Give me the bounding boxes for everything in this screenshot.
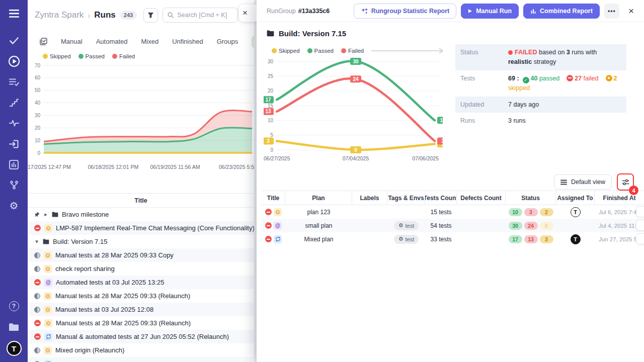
list-check-icon[interactable] — [8, 75, 21, 88]
default-view-button[interactable]: Default view — [554, 174, 612, 190]
more-actions-button[interactable]: ••• — [604, 4, 619, 19]
legend-label: Failed — [348, 48, 364, 54]
check-icon[interactable] — [8, 34, 21, 47]
legend-item-failed[interactable]: Failed — [341, 48, 364, 54]
plan-cell[interactable]: Mixed plan — [285, 232, 352, 246]
failed-status-icon — [265, 209, 272, 215]
svg-text:20: 20 — [35, 125, 41, 131]
rungroup-label: RunGroup — [267, 8, 296, 15]
column-header-title[interactable]: Title — [262, 191, 285, 205]
play-icon — [468, 9, 472, 14]
menu-icon[interactable] — [8, 7, 21, 20]
tests-count-cell: 15 tests — [425, 205, 457, 219]
manual-run-button[interactable]: Manual Run — [461, 4, 519, 19]
projects-folder-icon[interactable] — [8, 320, 21, 333]
annotation-badge: 4 — [629, 186, 638, 195]
bar-chart-icon[interactable] — [8, 158, 21, 171]
column-header-tests-count[interactable]: Tests Count — [425, 191, 457, 205]
tags-cell — [387, 205, 425, 219]
legend-item-passed[interactable]: Passed — [307, 48, 334, 54]
row-actions-button[interactable] — [636, 220, 644, 231]
workspace-avatar[interactable]: T — [7, 341, 22, 356]
runs-list-header: Title — [28, 193, 254, 208]
row-actions-button[interactable] — [636, 206, 644, 217]
failed-status-icon — [265, 236, 272, 242]
copy-check-icon[interactable] — [39, 38, 47, 46]
run-row[interactable] — [28, 357, 254, 362]
import-icon[interactable] — [8, 137, 21, 150]
steps-icon[interactable] — [8, 96, 21, 109]
tab-groups[interactable]: Groups — [217, 38, 238, 45]
drawer-header: RunGroup #13a335c6 Rungroup Statistic Re… — [257, 0, 644, 22]
help-icon[interactable]: ? — [8, 300, 21, 313]
status-cell: 1032 — [506, 205, 556, 219]
legend-item-skipped[interactable]: Skipped — [272, 48, 300, 54]
chevron-right-icon[interactable]: ▸ — [43, 211, 48, 218]
pulse-icon[interactable] — [8, 117, 21, 130]
filter-button[interactable] — [143, 8, 158, 23]
tag-pill[interactable]: ⚙test — [394, 235, 419, 244]
plan-cell[interactable]: small plan — [285, 219, 352, 232]
tab-unfinished[interactable]: Unfinished — [172, 38, 203, 45]
bar-chart-icon — [530, 8, 536, 14]
column-header-plan[interactable]: Plan — [285, 191, 352, 205]
run-row[interactable]: @Automated tests at 03 Jul 2025 13:25 — [28, 276, 254, 289]
gear-icon[interactable]: ⚙ — [8, 199, 21, 212]
play-circle-icon[interactable] — [8, 55, 21, 68]
folder-row[interactable]: ▾Build: Version 7.15 — [28, 235, 254, 248]
tabs-container: ManualAutomatedMixedUnfinishedGroups — [61, 38, 238, 45]
runs-list: Title ▸Bravo milestoneLMP-587 Implement … — [28, 193, 254, 362]
table-view-options-button[interactable]: 4 — [618, 174, 633, 190]
column-header-status[interactable]: Status — [506, 191, 556, 205]
row-actions-button[interactable] — [636, 233, 644, 244]
assignee-avatar[interactable]: T — [571, 234, 581, 244]
svg-text:07/06/2025: 07/06/2025 — [412, 155, 439, 161]
run-row[interactable]: Mixed origin (Relaunch) — [28, 343, 254, 357]
branch-icon[interactable] — [8, 178, 21, 192]
labels-cell — [352, 205, 387, 219]
plan-cell[interactable]: plan 123 — [285, 205, 352, 219]
svg-text:06/18/2025 12:01 PM: 06/18/2025 12:01 PM — [88, 164, 138, 170]
failed-pill: 13 — [524, 235, 538, 243]
column-header-defects-count[interactable]: Defects Count — [457, 191, 506, 205]
folder-row[interactable]: ▸Bravo milestone — [28, 208, 254, 221]
title-cell: @ — [262, 219, 285, 232]
pin-icon[interactable] — [34, 212, 40, 217]
svg-text:70: 70 — [35, 63, 41, 68]
tag-pill[interactable]: ⚙test — [394, 221, 419, 230]
summary-updated-row: Updated 7 days ago — [455, 97, 626, 113]
tab-automated[interactable]: Automated — [96, 38, 128, 45]
search-input[interactable] — [177, 12, 232, 19]
assignee-avatar[interactable]: T — [571, 207, 581, 217]
run-row[interactable]: LMP-587 Implement Real-Time Chat Messagi… — [28, 221, 254, 235]
failed-status-icon — [34, 320, 41, 326]
table-row[interactable]: Mixed plan⚙test33 tests17133TJun 27, 202… — [262, 232, 644, 246]
run-row[interactable]: Manual tests at 28 Mar 2025 09:33 (Relau… — [28, 289, 254, 303]
close-icon[interactable]: × — [243, 8, 248, 18]
column-header-assigned-to[interactable]: Assigned To — [556, 191, 595, 205]
drawer-close-icon[interactable]: × — [626, 6, 636, 17]
legend-label: Passed — [314, 48, 334, 54]
tab-test-work-badge[interactable]: test work — [252, 36, 254, 48]
summary-status-row: Status FAILED based on 3 runs with reali… — [455, 44, 626, 70]
combined-report-button[interactable]: Combined Report — [523, 4, 600, 19]
run-row[interactable]: Manual tests at 28 Mar 2025 09:33 (Relau… — [28, 316, 254, 330]
gear-icon: ⚙ — [398, 236, 404, 242]
run-title: Manual tests at 03 Jul 2025 12:08 — [55, 306, 153, 313]
rungroup-statistic-report-button[interactable]: Rungroup Statistic Report — [354, 4, 457, 19]
run-row[interactable]: check report sharing — [28, 262, 254, 276]
column-header-labels[interactable]: Labels — [352, 191, 387, 205]
column-header-tags-envs[interactable]: Tags & Envs — [387, 191, 425, 205]
breadcrumb-project[interactable]: Zyntra Spark — [35, 10, 84, 20]
chevron-down-icon[interactable]: ▾ — [34, 238, 39, 245]
run-row[interactable]: Manual tests at 28 Mar 2025 09:33 Copy — [28, 248, 254, 262]
table-row[interactable]: plan 12315 tests1032TJul 6, 2025 7:40 — [262, 205, 644, 219]
manual-type-icon — [44, 292, 52, 300]
tab-mixed[interactable]: Mixed — [141, 38, 159, 45]
rungroup-chart-block: SkippedPassedFailed 05101520253030217301… — [264, 46, 443, 165]
run-row[interactable]: Manual tests at 03 Jul 2025 12:08 — [28, 303, 254, 316]
run-row[interactable]: Manual & automated tests at 27 Jun 2025 … — [28, 330, 254, 343]
search-box[interactable] — [163, 8, 238, 23]
tab-manual[interactable]: Manual — [61, 38, 83, 45]
table-row[interactable]: @small plan⚙test54 tests30240Jul 4, 2025… — [262, 219, 644, 232]
